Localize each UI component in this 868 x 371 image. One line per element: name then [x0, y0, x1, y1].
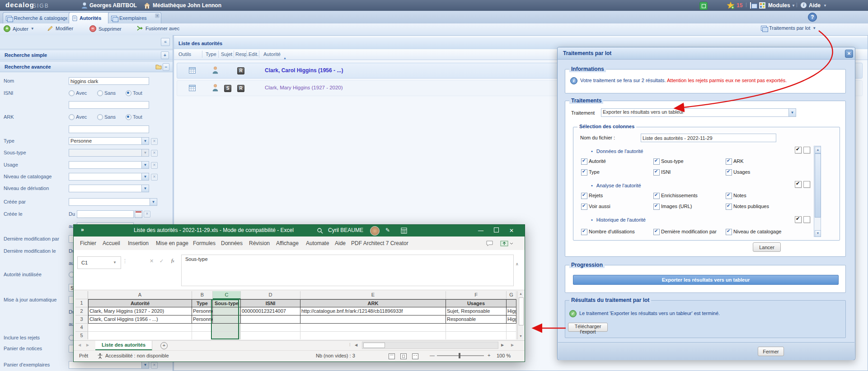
usage-select[interactable]: ▼	[69, 161, 149, 169]
checkbox[interactable]	[726, 158, 732, 165]
column-header[interactable]: E	[300, 291, 446, 299]
clear-icon[interactable]: ×	[151, 150, 158, 157]
cell-C1-active[interactable]: Sous-type	[213, 299, 241, 307]
ribbon-tab-accueil[interactable]: Accueil	[103, 237, 120, 250]
cell-C3[interactable]	[213, 315, 241, 324]
checkbox[interactable]	[726, 169, 732, 176]
checkbox[interactable]	[653, 229, 660, 235]
row-header[interactable]: 2	[75, 307, 88, 315]
cell-D1[interactable]: ISNI	[241, 299, 300, 307]
cell-A2[interactable]: Clark, Mary Higgins (1927 - 2020)	[88, 307, 192, 315]
column-header[interactable]: G	[507, 291, 516, 299]
dialog-title-bar[interactable]: Traitements par lot ✕	[558, 47, 855, 60]
select-all-corner[interactable]	[75, 291, 88, 299]
comment-icon[interactable]	[486, 240, 493, 247]
uncheck-all-group2-button[interactable]	[803, 181, 810, 188]
cell-E3[interactable]	[300, 315, 446, 324]
column-header[interactable]: F	[446, 291, 507, 299]
search-icon[interactable]	[317, 227, 323, 234]
column-header-sujet[interactable]: Sujet	[221, 49, 232, 60]
delete-button[interactable]: − Supprimer	[89, 25, 122, 32]
favorites-star-icon[interactable]	[727, 1, 735, 9]
sheet-prev-icon[interactable]: ◀	[78, 343, 81, 347]
scrollbar-thumb[interactable]	[519, 297, 524, 325]
notification-count[interactable]: 15	[737, 2, 742, 9]
excel-user[interactable]: Cyril BEAUME	[328, 227, 363, 233]
cancel-icon[interactable]: ✕	[150, 258, 154, 264]
authority-name-link[interactable]: Clark, Carol Higgins (1956 - ...)	[265, 67, 545, 74]
sous-type-select[interactable]: ▼	[69, 149, 149, 157]
zoom-in-icon[interactable]: +	[488, 352, 490, 358]
cell[interactable]	[88, 324, 192, 332]
checkbox[interactable]	[581, 158, 587, 165]
sheet-tab-active[interactable]: Liste des autorités	[95, 341, 152, 351]
avatar[interactable]	[370, 226, 380, 236]
isni-avec-radio[interactable]	[69, 90, 75, 96]
ribbon-tab-revision[interactable]: Révision	[249, 237, 270, 250]
formula-input[interactable]: Sous-type	[181, 255, 514, 286]
status-accessibility[interactable]: Accessibilité : non disponible	[105, 353, 169, 358]
cell[interactable]	[192, 324, 213, 332]
recherche-simple-header[interactable]: Recherche simple +	[0, 50, 173, 60]
splitter-dots-icon[interactable]: ⁞	[349, 343, 351, 347]
creee-le-du-date-input[interactable]	[77, 210, 134, 218]
niveau-catalogage-select[interactable]: ▼	[69, 173, 149, 181]
ribbon-tab-formules[interactable]: Formules	[193, 237, 216, 250]
chevron-down-icon[interactable]: ▼	[141, 173, 149, 180]
fx-icon[interactable]: fx	[171, 258, 174, 263]
scroll-down-icon[interactable]: ▼	[519, 334, 522, 338]
traitement-select[interactable]: Exporter les résultats vers un tableur ▼	[601, 108, 796, 117]
uncheck-all-group3-button[interactable]	[803, 216, 810, 223]
view-normal-icon[interactable]	[389, 353, 395, 359]
checkbox[interactable]	[653, 158, 660, 165]
cell[interactable]	[213, 332, 241, 339]
chevron-down-icon[interactable]: ▼	[788, 109, 796, 116]
tab-recherche-catalogage[interactable]: Recherche & catalogage x	[3, 12, 76, 23]
clear-icon[interactable]: ×	[151, 162, 158, 169]
new-sheet-icon[interactable]: +	[160, 342, 168, 349]
ribbon-tab-affichage[interactable]: Affichage	[276, 237, 299, 250]
lancer-button[interactable]: Lancer	[753, 242, 781, 252]
column-header[interactable]: B	[192, 291, 213, 299]
cell[interactable]	[88, 332, 192, 339]
cell-F3[interactable]: Responsable	[446, 315, 507, 324]
dialog-columns-scrollbar[interactable]: ▲ ▼	[814, 146, 821, 237]
checkbox[interactable]	[581, 169, 587, 176]
checkbox[interactable]	[653, 193, 660, 199]
zoom-slider-handle[interactable]	[459, 353, 460, 358]
download-export-button[interactable]: Télécharger l'export	[568, 323, 608, 332]
clear-icon[interactable]: ×	[144, 211, 150, 218]
check-all-group3-button[interactable]	[795, 216, 802, 223]
cell-E2[interactable]: http://catalogue.bnf.fr/ark:/12148/cb118…	[300, 307, 446, 315]
panier-exemplaires-select[interactable]: ▼	[69, 361, 149, 369]
checkbox[interactable]	[726, 193, 732, 199]
zoom-level[interactable]: 100 %	[497, 353, 511, 358]
ark-value-input[interactable]	[69, 125, 149, 133]
cell[interactable]	[300, 332, 446, 339]
zoom-slider-track[interactable]	[437, 355, 484, 356]
checkbox[interactable]	[581, 204, 587, 210]
column-header-autorite[interactable]: Autorité	[263, 49, 281, 60]
cell-F2[interactable]: Sujet, Responsable	[446, 307, 507, 315]
cell[interactable]	[507, 332, 516, 339]
add-button[interactable]: + Ajouter ▼	[4, 25, 34, 32]
ribbon-tab-insertion[interactable]: Insertion	[128, 237, 149, 250]
chevron-down-icon[interactable]: ▼	[141, 362, 149, 368]
collapse-icon[interactable]: −	[163, 63, 169, 71]
cell-B3[interactable]: Personne	[192, 315, 213, 324]
ribbon-tab-fichier[interactable]: Fichier	[80, 237, 96, 250]
quick-access-chevrons-icon[interactable]: »	[81, 227, 84, 233]
hscroll-end-icon[interactable]: ▶	[511, 343, 514, 347]
enter-icon[interactable]: ✓	[160, 258, 164, 264]
view-page-break-icon[interactable]	[412, 353, 418, 359]
cell[interactable]	[300, 324, 446, 332]
check-all-group1-button[interactable]	[795, 147, 802, 153]
row-header[interactable]: 4	[75, 324, 88, 332]
checkbox[interactable]	[581, 229, 587, 235]
minimize-button[interactable]: —	[473, 225, 488, 237]
column-header-edit[interactable]: Edit.	[249, 49, 258, 60]
batch-processing-button[interactable]: Traitements par lot ▼	[761, 25, 816, 31]
clear-icon[interactable]: ×	[151, 138, 158, 145]
creee-par-combo[interactable]: ▼	[69, 198, 157, 206]
edit-button[interactable]: Modifier	[47, 25, 73, 32]
